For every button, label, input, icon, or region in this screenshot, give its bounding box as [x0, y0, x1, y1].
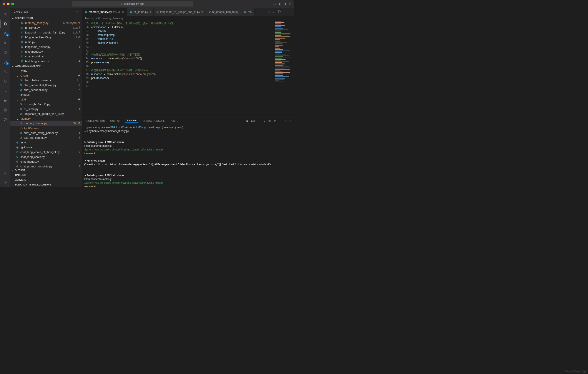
- open-editor-item[interactable]: ⚙text_lang_chain.py4: [10, 59, 82, 64]
- file-item[interactable]: ⚙hf_google_flan_t5.py: [10, 102, 82, 107]
- open-editor-item[interactable]: ⚙langchain_helper.py4: [10, 44, 82, 49]
- folder-item[interactable]: ⌄Memory: [10, 116, 82, 121]
- servers-header[interactable]: ›SERVERS: [10, 177, 82, 182]
- panel-tab-terminal[interactable]: TERMINAL: [125, 119, 138, 123]
- terminal-launch-icon[interactable]: ▣: [246, 120, 248, 122]
- layout-toggle-primary-icon[interactable]: ▭: [273, 2, 276, 6]
- file-item[interactable]: ⚙memory_theory.py9+, M: [10, 121, 82, 126]
- file-item[interactable]: ⚙chat_lang_chain_of_thought.py6: [10, 150, 82, 154]
- new-terminal-icon[interactable]: ＋: [258, 119, 260, 123]
- file-item[interactable]: ⚙chat_auto_fixing_parser.py5: [10, 130, 82, 135]
- editor-tab[interactable]: ⚙ma: [241, 8, 254, 16]
- terminal-more-icon[interactable]: ⋯: [279, 120, 281, 122]
- panel-maximize-icon[interactable]: ⌃: [284, 120, 286, 122]
- file-item[interactable]: ⚙chat_sequential_flower.py8: [10, 83, 82, 87]
- split-terminal-icon[interactable]: ◫: [268, 120, 271, 122]
- panel-tab-ports[interactable]: PORTS: [170, 120, 178, 122]
- activity-source-control[interactable]: 1: [0, 29, 10, 38]
- kill-terminal-icon[interactable]: 🗑: [273, 120, 276, 122]
- open-editor-item[interactable]: ⚙langchain_hf_google_flan_t5.pyLLM5: [10, 30, 82, 35]
- layout-customize-icon[interactable]: ⊞: [289, 2, 291, 6]
- svg-rect-13: [4, 100, 5, 101]
- ext-badge: 4: [6, 62, 9, 65]
- file-item[interactable]: ⚙chat_model.py: [10, 159, 82, 164]
- terminal-dropdown-icon[interactable]: ⌄: [263, 120, 265, 122]
- activity-github[interactable]: [0, 106, 10, 114]
- folder-item[interactable]: ⌄LLM: [10, 97, 82, 102]
- open-editors-header[interactable]: ⌄OPEN EDITORS: [10, 16, 82, 21]
- svg-point-18: [5, 172, 6, 173]
- file-item[interactable]: ⚙chat_prompt_template.py6: [10, 164, 82, 168]
- activity-extensions[interactable]: 4: [0, 58, 10, 66]
- file-item[interactable]: ◆.gitignore: [10, 145, 82, 150]
- file-item[interactable]: ⚙chat_sequential.py7: [10, 87, 82, 92]
- file-item[interactable]: ⚙text_list_parser.py4: [10, 135, 82, 140]
- editor-tab[interactable]: ⚙hf_llama.py4: [127, 8, 154, 16]
- timeline-header[interactable]: ›TIMELINE: [10, 173, 82, 177]
- svg-rect-12: [4, 62, 5, 64]
- activity-docker[interactable]: [0, 96, 10, 105]
- activity-testing[interactable]: [0, 67, 10, 76]
- panel-close-icon[interactable]: ✕: [289, 120, 291, 122]
- activity-accounts[interactable]: [0, 169, 10, 177]
- maximize-window-button[interactable]: [11, 3, 14, 5]
- activity-search[interactable]: [0, 10, 10, 19]
- editor-tab[interactable]: ⚙hf_google_flan_t5.py: [206, 8, 242, 16]
- run-button[interactable]: ▷: [268, 10, 270, 13]
- file-item[interactable]: ⚙chat_lang_chain.py: [10, 154, 82, 159]
- activity-explorer[interactable]: [0, 20, 10, 28]
- activity-run-debug[interactable]: [0, 39, 10, 47]
- open-editor-item[interactable]: ✕⚙memory_theory.pyMemory9+, M: [10, 21, 82, 25]
- activity-settings[interactable]: [0, 178, 10, 187]
- open-editor-item[interactable]: ⚙main.py: [10, 40, 82, 44]
- panel-tab-problems[interactable]: PROBLEMS77: [85, 120, 105, 122]
- layout-toggle-secondary-icon[interactable]: ◨: [284, 2, 286, 6]
- nav-back-button[interactable]: ←: [18, 2, 21, 6]
- svg-rect-14: [5, 100, 5, 101]
- file-item[interactable]: ⚙chat_chains_router.py9+: [10, 78, 82, 83]
- close-window-button[interactable]: [3, 3, 5, 5]
- file-item[interactable]: ⚙.env: [10, 140, 82, 145]
- command-center-search[interactable]: ⌕ langchain-llm-app: [72, 1, 193, 7]
- folder-item[interactable]: ›.venv: [10, 68, 82, 73]
- folder-item[interactable]: ⌄OutputParsers: [10, 126, 82, 130]
- more-actions-icon[interactable]: ⋯: [289, 10, 292, 13]
- compare-changes-icon[interactable]: [278, 10, 281, 14]
- split-editor-icon[interactable]: ◫: [284, 10, 286, 13]
- activity-comments[interactable]: [0, 115, 10, 124]
- sidebar-title: EXPLORER ⋯: [10, 8, 82, 16]
- file-item[interactable]: ⚙hf_llama.py4: [10, 107, 82, 111]
- activity-refresh[interactable]: [0, 77, 10, 86]
- activity-remote[interactable]: [0, 48, 10, 57]
- outline-header[interactable]: ›OUTLINE: [10, 168, 82, 173]
- minimap[interactable]: [274, 21, 294, 117]
- sidebar-more-icon[interactable]: ⋯: [76, 11, 79, 13]
- code-editor[interactable]: 65 66 67 68 69 70 71 72 73 74 75 76 77 7…: [82, 21, 294, 117]
- open-editor-item[interactable]: ⚙chat_model.py: [10, 54, 82, 59]
- explorer-sidebar: EXPLORER ⋯ ⌄OPEN EDITORS ✕⚙memory_theory…: [10, 8, 82, 187]
- file-item[interactable]: ⚙langchain_hf_google_flan_t5.py: [10, 111, 82, 116]
- layout-toggle-panel-icon[interactable]: ◧: [279, 2, 281, 6]
- open-editor-item[interactable]: ⚙hf_llama.pyLLM4: [10, 25, 82, 30]
- breadcrumb[interactable]: Memory› ⚙memory_theory.py› ...: [82, 16, 294, 21]
- folder-item[interactable]: ›images: [10, 92, 82, 97]
- folder-item[interactable]: ⌄Chain: [10, 73, 82, 78]
- activity-bar: 1 4: [0, 8, 10, 187]
- run-dropdown-icon[interactable]: ⌄: [273, 10, 275, 13]
- terminal-output[interactable]: zgpeace at zgpeaces-MBP in ~/Workspace/L…: [82, 124, 294, 187]
- open-editor-item[interactable]: ⚙text_model.py: [10, 49, 82, 54]
- editor-tab[interactable]: ⚙memory_theory.py9+, M✕: [82, 8, 127, 16]
- svg-marker-7: [4, 42, 6, 44]
- activity-monitor[interactable]: [0, 86, 10, 95]
- svg-point-19: [5, 182, 6, 183]
- nav-forward-button[interactable]: →: [25, 2, 28, 6]
- minimize-window-button[interactable]: [7, 3, 10, 5]
- sonarlint-header[interactable]: ›SONARLINT ISSUE LOCATIONS: [10, 182, 82, 187]
- editor-tab[interactable]: ⚙langchain_hf_google_flan_t5.py5: [154, 8, 206, 16]
- svg-point-4: [4, 32, 5, 33]
- panel-tab-debug[interactable]: DEBUG CONSOLE: [143, 120, 165, 122]
- terminal-shell-label[interactable]: zsh: [251, 120, 255, 122]
- open-editor-item[interactable]: ⚙hf_google_flan_t5.pyLLM: [10, 35, 82, 40]
- panel-tab-output[interactable]: OUTPUT: [110, 120, 121, 122]
- project-header[interactable]: ⌄LANGCHAIN-LLM-APP: [10, 64, 82, 68]
